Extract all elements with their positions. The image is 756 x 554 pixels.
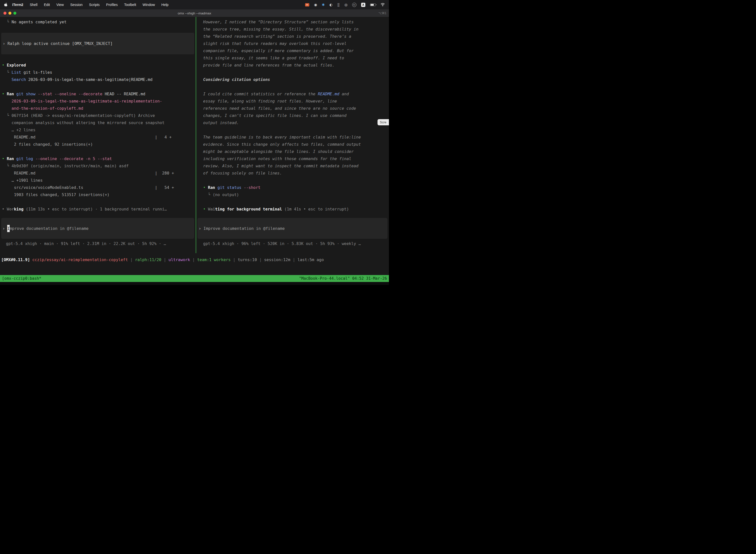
model-status-right: gpt-5.4 xhigh · 96% left · 520K in · 5.8… [196, 240, 361, 247]
menu-session[interactable]: Session [67, 3, 86, 7]
right-pane-scrollback: However, I noticed the “Directory Struct… [196, 17, 389, 213]
input-text-right: Improve documentation in @filename [203, 225, 285, 232]
thinking-heading: Considering citation options [203, 76, 389, 83]
explored-list-cmd: └ List git ls-files [2, 69, 196, 76]
show-target-filename: 2026-03-09-is-legal-the-same-as-legitima… [2, 98, 196, 112]
omx-version: [OMX#0.11.9] [1, 258, 30, 262]
separator: | [161, 258, 169, 262]
working-status-line: • Working (11m 13s • esc to interrupt) ·… [2, 206, 196, 213]
bottom-filler [0, 282, 389, 285]
screen-floating-button[interactable]: Scre [378, 119, 389, 125]
macos-menu-bar: iTerm2 Shell Edit View Session Scripts P… [0, 0, 389, 9]
left-pane[interactable]: └ No agents completed yet › Ralph loop a… [0, 17, 196, 253]
show-diffstat: README.md | 4 + 2 files changed, 92 inse… [2, 133, 196, 148]
omx-mode: ultrawork [169, 258, 190, 262]
search-verb: Search [12, 77, 26, 82]
waiting-label-bright: ting for background terminal [215, 207, 282, 212]
menu-scripts[interactable]: Scripts [86, 3, 103, 7]
apple-icon [4, 3, 7, 7]
text-cursor: I [7, 225, 10, 232]
git-status-output: └ (no output) [203, 191, 389, 198]
cmd-git-show: git show [14, 92, 38, 96]
keyhole-icon[interactable]: ◎ [344, 3, 348, 6]
menu-window[interactable]: Window [139, 3, 158, 7]
bullet-icon: • [2, 92, 7, 96]
list-verb: List [12, 70, 21, 75]
cmd-flags: --short [244, 185, 260, 190]
left-pane-scrollback: └ No agents completed yet › Ralph loop a… [0, 17, 196, 213]
apps-grid-icon[interactable]: ⣿ [337, 3, 340, 6]
no-agents-text: No agents completed yet [12, 19, 67, 24]
explored-title: Explored [7, 63, 26, 67]
thinking-paragraph-3: The team guideline is to back every impo… [203, 133, 389, 177]
gauge-61-icon[interactable]: 61 [352, 3, 357, 7]
menu-help[interactable]: Help [158, 3, 172, 7]
menu-bar-status-items: ◉ ✱ ◐ ⣿ ◎ 61 A [305, 3, 385, 7]
window-title: omx --xhigh --madmax [0, 11, 389, 15]
ran-git-show-line: • Ran git show --stat --oneline --decora… [2, 90, 196, 98]
working-label-dim: Wor [7, 207, 14, 212]
window-shortcut-label: ⌥⌘1 [378, 11, 386, 15]
terminal-area: └ No agents completed yet › Ralph loop a… [0, 17, 389, 275]
ran-git-log-line: • Ran git log --oneline --decorate -n 5 … [2, 155, 196, 162]
cmd-verb: Ran [7, 156, 14, 161]
iterm2-window: iTerm2 Shell Edit View Session Scripts P… [0, 0, 389, 285]
right-pane[interactable]: However, I noticed the “Directory Struct… [196, 17, 389, 253]
prompt-chevron: › [2, 225, 7, 232]
show-commit-summary: └ 067f154 (HEAD -> essay/ai-reimplementa… [2, 112, 196, 133]
thinking-paragraph-2-rest: essay file, along with finding root file… [203, 98, 389, 126]
think-text: I could cite commit statistics or refere… [203, 92, 318, 96]
globe-icon[interactable]: ◉ [314, 3, 317, 6]
prompt-input-right[interactable]: › Improve documentation in @filename [197, 218, 387, 239]
window-title-bar: omx --xhigh --madmax ⌥⌘1 [0, 9, 389, 17]
model-status-left: gpt-5.4 xhigh · main · 91% left · 2.31M … [0, 240, 166, 247]
input-text-left: mprove documentation in @filename [10, 225, 88, 232]
omx-turns: turns:10 [238, 258, 257, 262]
think-text: and [339, 92, 349, 96]
apple-menu[interactable] [4, 3, 7, 7]
omx-ralph-counter: ralph:11/20 [135, 258, 161, 262]
prompt-input-left[interactable]: › Improve documentation in @filename [1, 218, 194, 239]
cmd-args: HEAD -- README.md [103, 92, 145, 96]
menu-toolbelt[interactable]: Toolbelt [121, 3, 139, 7]
waiting-status-line: • Waiting for background terminal (1m 41… [203, 206, 389, 213]
menu-profiles[interactable]: Profiles [103, 3, 121, 7]
bullet-icon: • [203, 185, 208, 190]
tmux-session-window[interactable]: [omx-cczip0:bash* [2, 276, 42, 281]
explored-header: • Explored [2, 62, 196, 69]
omx-session: session:12m [264, 258, 291, 262]
ralph-inject-line: › Ralph loop active continue [OMX_TMUX_I… [3, 40, 113, 47]
menu-view[interactable]: View [53, 3, 67, 7]
tmux-host-clock: "MacBook-Pro-44.local" 04:52 31-Mar-26 [299, 276, 387, 281]
omx-status-bar: [OMX#0.11.9] cczip/essay/ai-reimplementa… [0, 256, 389, 263]
tree-branch-glyph: └ [2, 70, 12, 75]
ran-git-status-line: • Ran git status --short [203, 184, 389, 191]
swirl-icon[interactable]: ◐ [329, 3, 332, 6]
menu-iterm2[interactable]: iTerm2 [9, 3, 26, 7]
waiting-detail: (1m 41s • esc to interrupt) [282, 207, 349, 212]
menu-shell[interactable]: Shell [26, 3, 41, 7]
screen-recording-indicator-icon[interactable] [305, 3, 309, 6]
cmd-flags: --oneline --decorate -n 5 --stat [36, 156, 112, 161]
separator: | [291, 258, 298, 262]
working-label-bright: king [14, 207, 23, 212]
keyboard-layout-badge[interactable]: A [361, 3, 365, 7]
omx-last-activity: last:5m ago [298, 258, 324, 262]
prompt-chevron: › [199, 225, 203, 232]
bullet-icon: • [2, 63, 7, 67]
readme-link[interactable]: README.md [318, 92, 339, 96]
menu-edit[interactable]: Edit [41, 3, 53, 7]
tree-branch-glyph: └ [2, 19, 12, 24]
log-diffstat: README.md | 280 + … +1901 lines src/voic… [2, 170, 196, 198]
cmd-flags: --stat --oneline --decorate [38, 92, 103, 96]
log-commit-summary: └ 4b9d30f (origin/main, instructkr/main,… [2, 162, 196, 170]
space [30, 258, 33, 262]
bullet-icon: • [2, 156, 7, 161]
battery-icon[interactable] [370, 3, 376, 6]
spray-icon[interactable]: ✱ [322, 3, 325, 6]
wifi-icon[interactable] [380, 3, 385, 6]
separator: | [128, 258, 135, 262]
indent [2, 77, 12, 82]
working-suffix: · 1 background terminal runni… [93, 207, 167, 212]
list-args: git ls-files [21, 70, 52, 75]
